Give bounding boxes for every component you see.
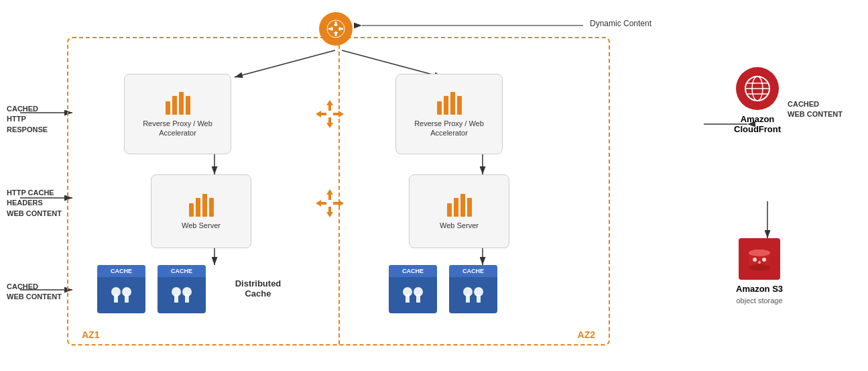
cloudfront-label: AmazonCloudFront [734, 114, 781, 134]
dynamic-content-label: Dynamic Content [590, 19, 652, 28]
svg-rect-43 [125, 295, 129, 303]
s3-icon [739, 238, 780, 280]
cache2-box: CACHE [158, 265, 206, 313]
svg-point-65 [753, 258, 757, 262]
svg-rect-37 [320, 202, 326, 205]
cache4-box: CACHE [449, 265, 497, 313]
cached-web-label: CACHEDWEB CONTENT [7, 282, 67, 303]
http-cache-label: HTTP CACHE HEADERSWEB CONTENT [7, 188, 67, 219]
proxy2-label: Reverse Proxy / WebAccelerator [414, 119, 484, 138]
cache4-top: CACHE [449, 265, 497, 277]
proxy1-box: Reverse Proxy / WebAccelerator [124, 74, 231, 154]
svg-point-64 [749, 250, 770, 256]
webserver2-label: Web Server [440, 221, 479, 230]
svg-rect-45 [174, 295, 178, 303]
svg-rect-27 [328, 117, 331, 124]
s3-label: Amazon S3 object storage [736, 284, 783, 306]
cross-arrows-mid [313, 187, 347, 220]
svg-rect-33 [328, 193, 331, 200]
svg-rect-47 [185, 295, 189, 303]
cached-http-label: CACHEDHTTP RESPONSE [7, 104, 67, 135]
az1-label: AZ1 [82, 329, 99, 340]
elb-icon [319, 12, 353, 46]
svg-rect-53 [466, 295, 470, 303]
cloudfront-container: AmazonCloudFront [734, 67, 781, 134]
svg-rect-55 [477, 295, 481, 303]
cached-web-content-right: CACHEDWEB CONTENT [788, 99, 843, 120]
cache2-top: CACHE [158, 265, 206, 277]
cache3-box: CACHE [389, 265, 437, 313]
svg-rect-51 [416, 295, 420, 303]
svg-rect-25 [328, 104, 331, 111]
s3-container: Amazon S3 object storage [736, 238, 783, 306]
webserver1-box: Web Server [151, 174, 251, 248]
webserver1-icon [189, 193, 214, 217]
proxy2-box: Reverse Proxy / WebAccelerator [395, 74, 503, 154]
svg-rect-29 [320, 113, 326, 115]
diagram: CACHEDHTTP RESPONSE HTTP CACHE HEADERSWE… [0, 0, 868, 371]
cache3-top: CACHE [389, 265, 437, 277]
elb-container [319, 12, 353, 46]
cache1-box: CACHE [97, 265, 145, 313]
svg-rect-41 [114, 295, 118, 303]
svg-rect-35 [328, 207, 331, 213]
svg-rect-39 [333, 202, 340, 205]
webserver2-icon [447, 193, 472, 217]
cache1-top: CACHE [97, 265, 145, 277]
svg-point-67 [758, 261, 761, 264]
cloudfront-icon [736, 67, 779, 110]
proxy1-icon [166, 91, 190, 115]
cross-arrows-top [313, 97, 347, 131]
svg-point-63 [749, 264, 770, 271]
svg-rect-49 [406, 295, 410, 303]
proxy1-label: Reverse Proxy / WebAccelerator [143, 119, 212, 138]
az2-label: AZ2 [578, 329, 595, 340]
proxy2-icon [437, 91, 462, 115]
webserver1-label: Web Server [182, 221, 221, 230]
svg-point-66 [762, 258, 766, 262]
webserver2-box: Web Server [409, 174, 509, 248]
svg-rect-31 [333, 113, 340, 115]
distributed-cache-label: DistributedCache [225, 278, 292, 299]
